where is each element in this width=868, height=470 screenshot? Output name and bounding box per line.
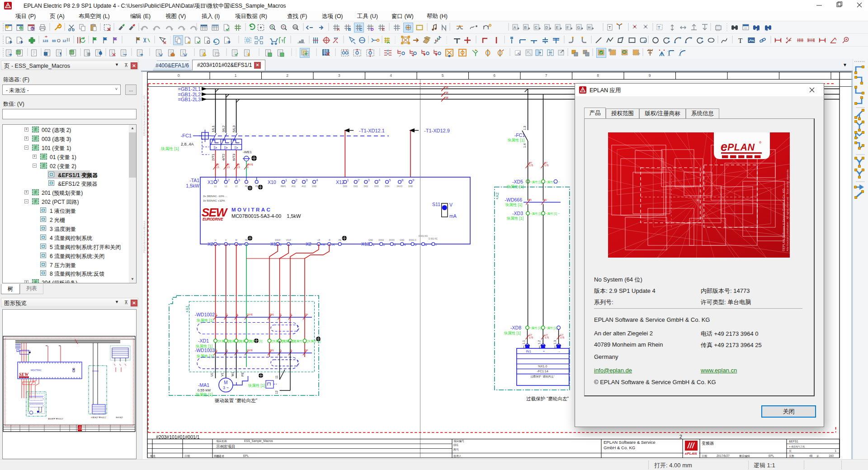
svg-text:SEW: SEW: [19, 372, 29, 377]
svg-text:示例宏项目: 示例宏项目: [216, 444, 236, 449]
svg-text:变频器: 变频器: [702, 441, 714, 446]
svg-text:4: 4: [404, 243, 406, 247]
svg-text:H: H: [588, 25, 590, 30]
svg-text:AI12: AI12: [302, 185, 306, 188]
svg-text:2,8..4A: 2,8..4A: [181, 142, 194, 146]
svg-text:BK: BK: [227, 164, 230, 166]
svg-text:驱动装置"磨轮向左": 驱动装置"磨轮向左": [48, 418, 64, 420]
svg-text:-T1-XD12.1: -T1-XD12.1: [359, 128, 385, 133]
svg-text:PE: PE: [339, 239, 341, 241]
svg-text:-XD1: -XD1: [198, 338, 209, 343]
svg-text:=GB1-2L3: =GB1-2L3: [178, 97, 201, 102]
svg-text:1,5kW: 1,5kW: [186, 183, 199, 188]
svg-text:GNYE: GNYE: [247, 164, 253, 166]
svg-text:3: 3: [238, 178, 241, 182]
svg-text:GNYE: GNYE: [247, 349, 253, 352]
svg-text:PE: PE: [245, 239, 248, 241]
svg-text:98: 98: [446, 91, 448, 94]
svg-text:+R: +R: [321, 243, 326, 247]
svg-text:严禁未经授权的复制传播本图纸内容: 严禁未经授权的复制传播本图纸内容: [143, 221, 146, 254]
svg-text:批准人: 批准人: [453, 455, 462, 458]
svg-text:过载保护"磨轮向左": 过载保护"磨轮向左": [91, 416, 107, 418]
svg-text:GND: GND: [408, 185, 413, 188]
svg-text:X1: X1: [208, 179, 213, 185]
svg-text:%X1.0: %X1.0: [538, 365, 547, 368]
svg-text:=GB1-2L1: =GB1-2L1: [178, 86, 201, 92]
svg-text:块属性 [1]: 块属性 [1]: [506, 184, 524, 189]
svg-text:页数: 页数: [789, 455, 794, 457]
svg-text:L3: L3: [235, 185, 238, 188]
svg-text:2: 2: [228, 178, 230, 182]
svg-text:块属性 [1]: 块属性 [1]: [196, 354, 213, 358]
svg-text:0: 0: [178, 73, 180, 78]
svg-text:5/L3: 5/L3: [232, 125, 236, 132]
svg-text:D 001-NC: D 001-NC: [429, 238, 438, 240]
svg-text:48: 48: [809, 454, 813, 457]
svg-text:DO01-C: DO01-C: [409, 239, 416, 241]
svg-text:块属性 [1]: 块属性 [1]: [507, 138, 524, 142]
svg-text:3: 3: [306, 178, 308, 182]
svg-text:7: 7: [545, 73, 547, 78]
svg-text:X13: X13: [361, 241, 370, 247]
svg-text:8: 8: [597, 73, 599, 78]
svg-text:5: 5: [415, 243, 417, 247]
svg-text:修改: 修改: [150, 454, 156, 457]
svg-text:5: 5: [442, 73, 444, 78]
svg-text:1: 1: [347, 178, 349, 182]
svg-text:M: M: [224, 380, 227, 385]
svg-text:A: A: [514, 25, 516, 30]
svg-text:E: E: [556, 25, 559, 30]
svg-text:6/T3: 6/T3: [232, 153, 236, 161]
svg-text:W1: W1: [231, 371, 234, 376]
svg-text:6: 6: [279, 243, 282, 247]
svg-text:日期: 日期: [184, 455, 190, 458]
svg-text:AI11: AI11: [292, 185, 296, 188]
svg-text:-XD5: -XD5: [512, 179, 523, 184]
svg-text:BU: BU: [544, 199, 547, 201]
svg-text:过载保护 “磨轮向左”: 过载保护 “磨轮向左”: [526, 396, 569, 401]
svg-text:LIY: LIY: [545, 162, 548, 164]
svg-text:2,5: 2,5: [227, 166, 230, 169]
svg-text:REF1: REF1: [281, 185, 286, 188]
svg-text:C: C: [359, 27, 363, 32]
svg-text:9: 9: [412, 178, 415, 182]
svg-text:U1: U1: [210, 372, 213, 376]
svg-text:©EPLAN Software & Service GmbH: ©EPLAN Software & Service GmbH & Co. KG: [782, 188, 785, 251]
svg-text:LIY: LIY: [545, 334, 548, 336]
svg-text:00: 00: [52, 39, 56, 43]
svg-text:7: 7: [290, 243, 292, 247]
svg-text:DI03: DI03: [374, 185, 379, 188]
svg-text:块属性 [1]: 块属性 [1]: [195, 344, 212, 348]
svg-text:1.3: 1.3: [523, 126, 526, 130]
svg-text:-WE1: -WE1: [243, 150, 252, 154]
svg-text:2: 2: [679, 434, 682, 439]
svg-text:LIY: LIY: [561, 334, 564, 336]
svg-text:®: ®: [759, 141, 762, 144]
svg-text:160: 160: [829, 454, 834, 457]
svg-text:-MA1: -MA1: [198, 382, 209, 388]
svg-text:T: T: [738, 37, 742, 44]
svg-text:-WD1002: -WD1002: [195, 312, 215, 317]
svg-text:+R: +R: [317, 239, 321, 241]
svg-text:块属性 [1]: 块属性 [1]: [505, 202, 522, 207]
svg-text:C: C: [535, 25, 538, 30]
svg-text:PE: PE: [241, 372, 244, 376]
svg-text:DI00: DI00: [343, 185, 348, 188]
svg-text:4: 4: [378, 178, 381, 182]
svg-text:EPLAN Software & Service: EPLAN Software & Service: [604, 440, 656, 445]
svg-text:MOVITRAC: MOVITRAC: [231, 207, 272, 212]
svg-text:mA: mA: [449, 213, 457, 219]
svg-text:1: 1: [217, 178, 220, 182]
svg-text:-R: -R: [331, 243, 335, 247]
svg-text:过载保护 “磨轮向左”: 过载保护 “磨轮向左”: [530, 375, 555, 378]
svg-text:F: F: [566, 25, 569, 30]
svg-text:SH: SH: [305, 314, 308, 316]
svg-text:1: 1: [554, 345, 556, 348]
svg-text:+A2: +A2: [495, 193, 500, 200]
svg-text:001: 001: [453, 443, 458, 446]
svg-text:3/L2: 3/L2: [222, 125, 226, 132]
svg-text:W: W: [239, 243, 242, 247]
svg-text:最后编辑: 最后编辑: [739, 455, 750, 458]
svg-text:-XD3: -XD3: [512, 211, 523, 216]
svg-text:DI04: DI04: [385, 185, 389, 188]
